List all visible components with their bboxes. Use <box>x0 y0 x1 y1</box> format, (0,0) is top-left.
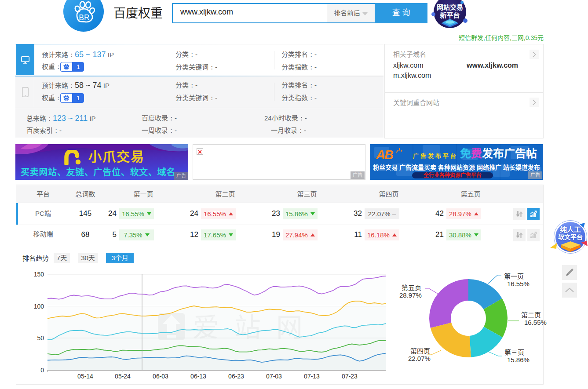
svg-text:M: M <box>66 98 68 101</box>
svg-text:BR: BR <box>79 13 89 22</box>
